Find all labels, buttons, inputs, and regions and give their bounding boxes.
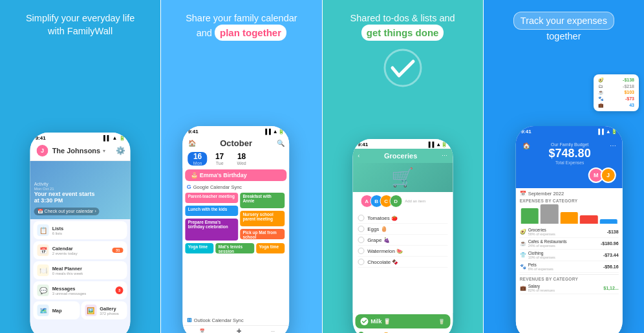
phone-3: 9:41 ▌▌▲🔋 ‹ Groceries ⋯ 🛒 A B C D [352, 139, 453, 333]
avatar-family: J [36, 144, 50, 158]
today-btn[interactable]: 📅 Today [197, 328, 208, 333]
item-grape: Grape 🍇 [358, 235, 447, 246]
time-1: 9:41 [36, 135, 46, 141]
panel-4-title-line2: together [513, 30, 614, 43]
status-bar-2: 9:41 ▌▌▲🔋 [183, 126, 290, 136]
cal-date-row: 16 Mon 17 Tue 18 Wed [183, 151, 290, 168]
cal-date-18[interactable]: 18 Wed [232, 152, 252, 166]
cal-month: October [220, 138, 252, 148]
lists-icon: 📋 [38, 224, 49, 236]
panel-1-header: Simplify your everyday life with FamilyW… [16, 0, 145, 45]
milk-icon: 🥛 [438, 319, 445, 325]
clothing-icon: 👕 [520, 252, 526, 258]
signal-icons-1: ▌▌ ▲ 🔋 [103, 135, 125, 141]
calendar-menu-item[interactable]: 📅 Calendar 2 events today 31 [34, 241, 127, 259]
event-pickup: Pick up Mat from school [240, 229, 284, 239]
panel-3-title-highlight: get things done [350, 25, 455, 41]
checkmark-overlay [383, 48, 422, 90]
calendar-title: Calendar [52, 246, 109, 252]
bread-item: Bread 🍞 [352, 330, 453, 333]
event-breakfast: Breakfast with Annie [240, 193, 284, 208]
avatar-stack: A B C D [360, 195, 402, 208]
grocery-list: Tomatoes 🍅 Eggs 🥚 Grape 🍇 Watermelon 🍉 C [352, 210, 453, 313]
expense-cafes: ☕ Cafes & Restaurants 24% of expenses -$… [520, 238, 619, 250]
bar-5 [599, 219, 617, 224]
panel-simplify: Simplify your everyday life with FamilyW… [0, 0, 160, 333]
status-bar-3: 9:41 ▌▌▲🔋 [352, 139, 453, 149]
expense-groceries: 🥑 Groceries 58% of expenses -$138 [520, 226, 619, 238]
event-text: Your next event starts [34, 191, 127, 197]
search-icon-cal[interactable]: 🔍 [277, 140, 284, 147]
panel-1-title-line1: Simplify your everyday life [26, 12, 134, 25]
panel-3-title-line1: Shared to-dos & lists and [350, 12, 455, 25]
budget-amount: $748.80 [530, 147, 610, 160]
cal-date-17[interactable]: 17 Tue [210, 152, 230, 166]
cafes-icon: ☕ [520, 241, 526, 246]
more-icon[interactable]: ⋯ [442, 153, 447, 159]
mini-bar-chart [520, 204, 619, 224]
check-eggs[interactable] [358, 226, 364, 232]
panel-calendar: Share your family calendar and plan toge… [161, 0, 321, 333]
phone-1-body: 📋 Lists 6 lists 📅 Calendar 2 events toda… [30, 219, 131, 333]
phone-hero: Activity Mon Oct 21 Your next event star… [30, 161, 131, 219]
back-arrow[interactable]: ‹ [358, 153, 360, 159]
lists-menu-item[interactable]: 📋 Lists 6 lists [34, 221, 127, 239]
birthday-text: Emma's Birthday [200, 172, 247, 178]
calendar-icon: 📅 [38, 244, 49, 256]
event-nursery: Nursery school parent meeting [240, 211, 284, 226]
bar-amt-2: 🗂-$218 [598, 84, 634, 89]
birthday-banner: 🎂 Emma's Birthday [186, 169, 287, 181]
check-watermelon[interactable] [358, 248, 364, 254]
budget-sub: Total Expenses [530, 160, 610, 165]
meal-icon: 🍽️ [38, 264, 49, 276]
lists-sub: 6 lists [52, 231, 123, 235]
expenses-section-title: EXPENSES BY CATEGORY [520, 199, 619, 203]
birthday-icon: 🎂 [191, 172, 198, 178]
map-menu-item[interactable]: 🗺️ Map [34, 301, 80, 319]
check-grape[interactable] [358, 237, 364, 243]
outlook-sync: ⊞ Outlook Calendar Sync [183, 315, 290, 325]
period-row: 📅 September 2022 [520, 191, 619, 197]
event-yoga-1: Yoga time [186, 243, 214, 253]
plan-together-highlight: plan together [215, 25, 286, 41]
expense-clothing: 👕 Clothing 10% of expenses -$73.44 [520, 250, 619, 261]
check-chocolate[interactable] [358, 259, 364, 265]
more-icon-budget[interactable]: ⋯ [610, 142, 616, 149]
period-label: September 2022 [528, 191, 564, 197]
panel-2-header: Share your family calendar and plan toge… [175, 0, 307, 47]
avatars-row: A B C D Add an item [352, 192, 453, 210]
signal-icons-4: ▌▌▲🔋 [598, 129, 617, 134]
calendar-sub: 2 events today [52, 252, 109, 255]
budget-hero: 🏠 Our Family Budget $748.80 Total Expens… [516, 136, 623, 188]
phone-4: 9:41 ▌▌▲🔋 🏠 Our Family Budget $748.80 To… [516, 126, 623, 333]
meal-planner-menu-item[interactable]: 🍽️ Meal Planner 0 meals this week [34, 261, 127, 279]
time-2: 9:41 [188, 129, 199, 134]
clothing-amount: -$73.44 [603, 253, 619, 257]
gallery-menu-item[interactable]: 🖼️ Gallery 372 photos [81, 301, 127, 319]
check-calendar-btn[interactable]: 📅 Check out your calendar › [34, 208, 100, 215]
item-tomatoes: Tomatoes 🍅 [358, 213, 447, 224]
lists-title: Lists [52, 226, 123, 231]
all-btn[interactable]: ⋯ All [271, 328, 275, 333]
time-3: 9:41 [358, 142, 368, 147]
phone-1-header: J The Johnsons ▾ ⚙️ [30, 142, 131, 161]
add-btn[interactable]: ➕ Add [235, 328, 242, 333]
expense-pets: 🐾 Pets 8% of expenses -$56.16 [520, 261, 619, 273]
avatar-4: D [389, 195, 402, 208]
gear-icon[interactable]: ⚙️ [116, 146, 125, 155]
phone-1: 9:41 ▌▌ ▲ 🔋 J The Johnsons ▾ ⚙️ Activity [30, 133, 131, 333]
panel-4-title-line1: Track your expenses [521, 14, 607, 27]
map-icon: 🗺️ [38, 305, 49, 316]
panel-4-header: Track your expenses together [503, 0, 625, 50]
google-sync: G Google Calendar Sync [183, 182, 290, 191]
cal-date-16[interactable]: 16 Mon [188, 152, 208, 166]
milk-label: Milk 🥛 [370, 318, 391, 325]
salary-amount: $1,12... [603, 286, 618, 290]
groceries-amount: -$138 [607, 230, 619, 234]
messages-menu-item[interactable]: 💬 Messages 3 unread messages 3 [34, 281, 127, 299]
dropdown-arrow: ▾ [103, 148, 105, 154]
signal-icons-2: ▌▌▲🔋 [265, 129, 284, 134]
bar-3 [560, 212, 577, 224]
check-tomatoes[interactable] [358, 215, 364, 221]
bar-amt-5: 💼43 [598, 103, 634, 108]
